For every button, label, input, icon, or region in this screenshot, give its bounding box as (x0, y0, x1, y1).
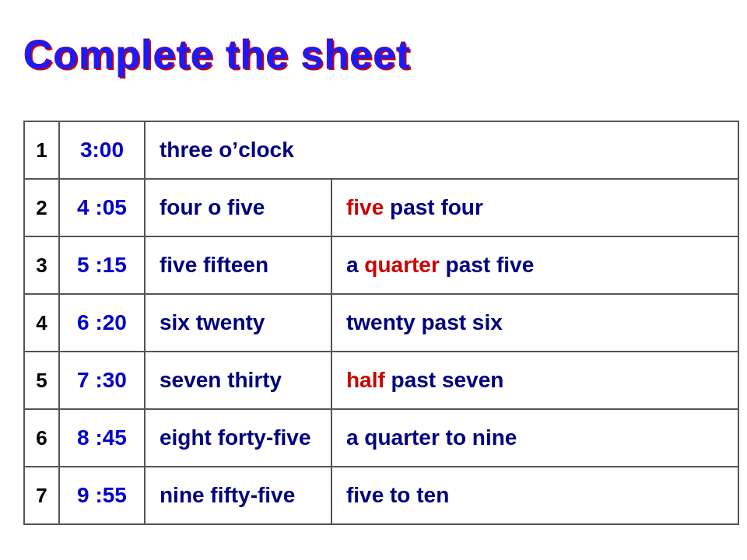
main-table: 1 3:00 three o’clock 2 4 :05 four o five… (23, 121, 739, 525)
highlight-word: quarter (364, 253, 439, 277)
row-number: 2 (24, 179, 59, 236)
digital-reading: seven thirty (145, 352, 331, 409)
table-row: 6 8 :45 eight forty-five a quarter to ni… (24, 409, 738, 467)
time-value: 7 :30 (59, 352, 145, 409)
table-row: 3 5 :15 five fifteen a quarter past five (24, 236, 738, 294)
digital-reading: eight forty-five (145, 409, 331, 467)
table-row: 4 6 :20 six twenty twenty past six (24, 294, 738, 352)
row-number: 7 (24, 467, 59, 524)
time-value: 5 :15 (59, 236, 145, 294)
digital-reading: six twenty (145, 294, 331, 352)
row-number: 4 (24, 294, 59, 352)
table-row: 1 3:00 three o’clock (24, 121, 738, 179)
highlight-word: half (346, 368, 385, 392)
page-title: Complete the sheet (23, 31, 411, 78)
title-wrapper: Complete the sheet (23, 23, 724, 101)
table-row: 5 7 :30 seven thirty half past seven (24, 352, 738, 409)
time-value: 4 :05 (59, 179, 145, 236)
digital-reading: three o’clock (145, 121, 738, 179)
digital-reading: nine fifty-five (145, 467, 331, 524)
row-number: 6 (24, 409, 59, 467)
written-reading: five to ten (331, 467, 738, 524)
page-container: Complete the sheet 1 3:00 three o’clock … (0, 0, 747, 560)
row-number: 3 (24, 236, 59, 294)
written-reading: twenty past six (331, 294, 738, 352)
written-reading: five past four (331, 179, 738, 236)
highlight-word: five (346, 195, 384, 219)
time-value: 8 :45 (59, 409, 145, 467)
written-reading: half past seven (331, 352, 738, 409)
row-number: 5 (24, 352, 59, 409)
table-row: 7 9 :55 nine fifty-five five to ten (24, 467, 738, 524)
digital-reading: five fifteen (145, 236, 331, 294)
time-value: 9 :55 (59, 467, 145, 524)
table-row: 2 4 :05 four o five five past four (24, 179, 738, 236)
time-value: 6 :20 (59, 294, 145, 352)
written-reading: a quarter past five (331, 236, 738, 294)
time-value: 3:00 (59, 121, 145, 179)
digital-reading: four o five (145, 179, 331, 236)
row-number: 1 (24, 121, 59, 179)
written-reading: a quarter to nine (331, 409, 738, 467)
